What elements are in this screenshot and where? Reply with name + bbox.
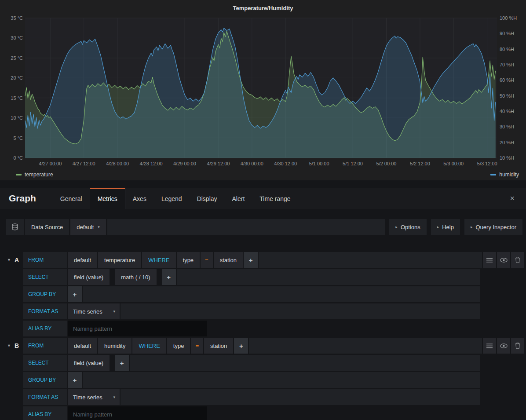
y-axis-tick-label: 20 %H <box>500 140 514 145</box>
query-toolbar: Data Source default ▾ ▸Options▸Help▸Quer… <box>6 219 522 235</box>
editor-title: Graph <box>0 188 53 209</box>
toggle-query-visibility-button[interactable] <box>497 252 510 268</box>
tab-display[interactable]: Display <box>190 188 225 209</box>
tab-alert[interactable]: Alert <box>225 188 252 209</box>
query-keyword-format-as: FORMAT AS <box>23 303 67 319</box>
database-icon <box>11 223 18 230</box>
query-segment[interactable]: field (value) <box>68 355 110 371</box>
collapse-chevron-icon[interactable]: ▼ <box>7 343 11 348</box>
query-inspector-button[interactable]: ▸Query Inspector <box>464 219 522 235</box>
add-button[interactable]: + <box>244 252 258 268</box>
query-segment[interactable]: default <box>68 252 97 268</box>
caret-down-icon: ▾ <box>113 395 115 399</box>
y-axis-tick-label: 0 °C <box>1 155 23 161</box>
close-editor-button[interactable]: × <box>498 188 526 209</box>
add-button[interactable]: + <box>68 286 82 302</box>
x-axis-tick-label: 4/27 00:00 <box>39 161 62 166</box>
query-letter: B <box>15 342 19 349</box>
format-dropdown[interactable]: Time series▾ <box>68 303 120 319</box>
add-button[interactable]: + <box>68 372 82 388</box>
y-axis-tick-label: 70 %H <box>500 62 514 67</box>
close-icon: × <box>510 194 515 203</box>
remove-query-button[interactable] <box>511 252 524 268</box>
query-segment[interactable]: default <box>68 338 97 354</box>
x-axis-tick-label: 5/3 00:00 <box>443 161 464 166</box>
operator-segment[interactable]: = <box>201 252 213 268</box>
x-axis-tick-label: 4/28 00:00 <box>106 161 129 166</box>
format-dropdown-value: Time series <box>73 308 102 315</box>
query-segment[interactable]: station <box>204 338 233 354</box>
x-axis-tick-label: 5/2 00:00 <box>376 161 397 166</box>
graph-plot[interactable] <box>0 0 526 180</box>
query-menu-button[interactable] <box>483 338 496 354</box>
row-filler <box>259 252 482 268</box>
query-row: FORMAT ASTime series▾ <box>6 389 524 405</box>
where-keyword[interactable]: WHERE <box>132 338 166 354</box>
query-keyword-group-by: GROUP BY <box>23 286 67 302</box>
tab-general[interactable]: General <box>53 188 90 209</box>
where-keyword[interactable]: WHERE <box>142 252 175 268</box>
query-segment[interactable]: math ( / 10) <box>115 269 156 285</box>
query-keyword-alias-by: ALIAS BY <box>23 406 67 420</box>
add-button[interactable]: + <box>234 338 248 354</box>
collapse-chevron-icon[interactable]: ▼ <box>7 258 11 262</box>
x-axis-tick-label: 4/27 12:00 <box>73 161 95 166</box>
tab-axes[interactable]: Axes <box>125 188 154 209</box>
query-segment[interactable]: field (value) <box>68 269 110 285</box>
y-axis-tick-label: 5 °C <box>1 135 23 141</box>
tab-time-range[interactable]: Time range <box>252 188 298 209</box>
query-segment[interactable]: type <box>177 252 200 268</box>
help-button[interactable]: ▸Help <box>431 219 460 235</box>
menu-icon <box>486 343 493 348</box>
query-keyword-from: FROM <box>23 338 67 354</box>
toggle-query-visibility-button[interactable] <box>497 338 510 354</box>
legend-label: temperature <box>25 172 53 178</box>
legend-item[interactable]: humidity <box>490 172 519 178</box>
datasource-select[interactable]: default ▾ <box>70 219 106 235</box>
row-filler <box>121 303 480 319</box>
y-axis-tick-label: 15 °C <box>1 95 23 101</box>
alias-input[interactable] <box>68 321 207 336</box>
y-axis-tick-label: 50 %H <box>500 93 514 99</box>
legend-color-mark <box>490 174 496 175</box>
datasource-icon-box <box>6 219 24 235</box>
caret-right-icon: ▸ <box>471 225 473 229</box>
y-axis-tick-label: 30 %H <box>500 124 514 129</box>
alias-input[interactable] <box>68 406 207 420</box>
format-dropdown[interactable]: Time series▾ <box>68 389 120 405</box>
y-axis-tick-label: 60 %H <box>500 77 514 83</box>
tab-legend[interactable]: Legend <box>154 188 190 209</box>
query-keyword-group-by: GROUP BY <box>23 372 67 388</box>
row-filler <box>177 269 480 285</box>
remove-query-button[interactable] <box>511 338 524 354</box>
add-button[interactable]: + <box>115 355 129 371</box>
eye-icon <box>500 343 508 348</box>
row-filler <box>249 338 482 354</box>
y-axis-tick-label: 80 %H <box>500 47 514 52</box>
query-row: SELECTfield (value)math ( / 10)+ <box>6 269 524 285</box>
segment-gap <box>110 355 114 371</box>
legend-label: humidity <box>499 172 519 178</box>
query-menu-button[interactable] <box>483 252 496 268</box>
format-dropdown-value: Time series <box>73 394 102 401</box>
query-segment[interactable]: temperature <box>98 252 141 268</box>
query-segment[interactable]: type <box>167 338 190 354</box>
trash-icon <box>515 343 520 349</box>
query-letter: A <box>15 256 19 263</box>
query-row: ▼BFROMdefaulthumidityWHEREtype=station+ <box>6 338 524 354</box>
options-button[interactable]: ▸Options <box>389 219 426 235</box>
query-segment[interactable]: station <box>214 252 243 268</box>
row-filler <box>83 372 480 388</box>
x-axis-tick-label: 4/30 00:00 <box>241 161 263 166</box>
operator-segment[interactable]: = <box>191 338 203 354</box>
query-row: SELECTfield (value)+ <box>6 355 524 371</box>
legend-item[interactable]: temperature <box>16 172 53 178</box>
x-axis-tick-label: 5/3 12:00 <box>477 161 497 166</box>
y-axis-tick-label: 40 %H <box>500 109 514 114</box>
tab-metrics[interactable]: Metrics <box>90 188 125 209</box>
query-keyword-format-as: FORMAT AS <box>23 389 67 405</box>
toolbar-filler <box>107 219 385 235</box>
add-button[interactable]: + <box>162 269 176 285</box>
query-segment[interactable]: humidity <box>98 338 132 354</box>
tab-bar: GeneralMetricsAxesLegendDisplayAlertTime… <box>53 188 298 209</box>
